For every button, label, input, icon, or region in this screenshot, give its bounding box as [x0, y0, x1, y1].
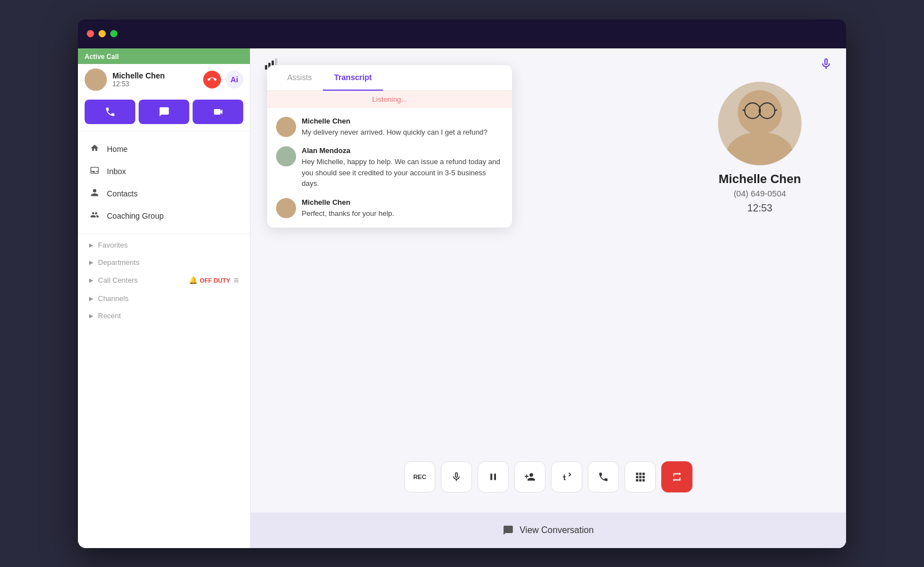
nav-item-contacts[interactable]: Contacts: [78, 183, 250, 205]
call-centers-menu-icon[interactable]: ≡: [234, 275, 239, 285]
caller-avatar-img: [85, 68, 107, 91]
nav-item-inbox[interactable]: Inbox: [78, 160, 250, 183]
caller-info: Michelle Chen 12:53: [112, 71, 198, 88]
grid-icon: [635, 471, 646, 482]
nav-group-favorites[interactable]: ▶ Favorites: [78, 236, 250, 254]
phone-down-icon: [208, 75, 217, 84]
hangup-button[interactable]: [661, 461, 692, 492]
call-controls-sidebar: [78, 95, 250, 129]
departments-arrow-icon: ▶: [89, 259, 94, 265]
msg-text-1: My delivery never arrived. How quickly c…: [302, 127, 503, 138]
ai-icon-symbol: Ai: [230, 75, 238, 84]
contact-name: Michelle Chen: [719, 172, 801, 186]
active-call-row: Michelle Chen 12:53 Ai: [78, 64, 250, 95]
msg-content-2: Alan Mendoza Hey Michelle, happy to help…: [302, 146, 503, 189]
msg-name-2: Alan Mendoza: [302, 146, 503, 155]
nav-item-home[interactable]: Home: [78, 138, 250, 160]
titlebar: [78, 19, 846, 48]
msg-content-3: Michelle Chen Perfect, thanks for your h…: [302, 198, 503, 219]
tab-assists[interactable]: Assists: [276, 65, 323, 91]
mini-hangup-button[interactable]: [203, 71, 221, 88]
active-call-banner: Active Call: [78, 48, 250, 64]
phone-keypad-icon: [598, 471, 609, 482]
nav-group-recent[interactable]: ▶ Recent: [78, 307, 250, 324]
bell-muted-icon: 🔔: [189, 276, 198, 284]
messages-list: Michelle Chen My delivery never arrived.…: [267, 108, 512, 228]
svg-point-13: [726, 132, 793, 165]
home-icon: [89, 144, 100, 155]
call-actions-mini: Ai: [203, 71, 243, 88]
grid-button[interactable]: [625, 461, 656, 492]
msg-content-1: Michelle Chen My delivery never arrived.…: [302, 117, 503, 138]
tab-transcript[interactable]: Transcript: [323, 65, 383, 91]
listening-text: Listening...: [372, 95, 407, 103]
svg-point-10: [282, 201, 291, 210]
nav-departments-label: Departments: [98, 258, 139, 267]
video-icon: [213, 106, 224, 117]
svg-rect-23: [636, 476, 638, 478]
nav-favorites-label: Favorites: [98, 241, 127, 249]
call-controls-bottom: REC: [250, 450, 846, 504]
caller-avatar: [85, 68, 107, 91]
panel-tabs: Assists Transcript: [267, 65, 512, 91]
channels-arrow-icon: ▶: [89, 295, 94, 302]
transfer-icon: [561, 471, 572, 482]
svg-rect-26: [636, 479, 638, 481]
pause-button[interactable]: [478, 461, 509, 492]
phone-icon: [105, 106, 116, 117]
svg-rect-25: [642, 476, 645, 478]
contact-photo: [718, 82, 802, 165]
nav-group-departments[interactable]: ▶ Departments: [78, 254, 250, 271]
svg-rect-27: [639, 479, 641, 481]
chat-button[interactable]: [139, 100, 189, 124]
svg-point-9: [279, 158, 293, 166]
msg-name-1: Michelle Chen: [302, 117, 503, 125]
phone-button[interactable]: [85, 100, 135, 124]
minimize-button[interactable]: [99, 30, 106, 37]
maximize-button[interactable]: [110, 30, 117, 37]
message-row-2: Alan Mendoza Hey Michelle, happy to help…: [276, 146, 503, 189]
nav-section: Home Inbox Contacts: [78, 134, 250, 231]
listening-bar: Listening...: [267, 91, 512, 108]
call-duration: 12:53: [112, 80, 198, 88]
ai-assist-button[interactable]: Ai: [225, 71, 243, 88]
video-button[interactable]: [193, 100, 243, 124]
contact-phone: (04) 649-0504: [734, 189, 786, 198]
active-call-label: Active Call: [85, 53, 119, 61]
pause-icon: [488, 471, 499, 482]
transcript-panel: Assists Transcript Listening...: [267, 65, 512, 228]
off-duty-badge: 🔔 OFF DUTY: [189, 276, 230, 284]
svg-point-6: [282, 120, 291, 129]
message-row-3: Michelle Chen Perfect, thanks for your h…: [276, 198, 503, 219]
nav-group-channels[interactable]: ▶ Channels: [78, 290, 250, 307]
mic-header-icon[interactable]: [819, 57, 833, 73]
app-body: Active Call Michelle Chen 12:53: [78, 48, 846, 548]
msg-avatar-2: [276, 146, 296, 166]
transfer-button[interactable]: [551, 461, 582, 492]
msg-name-3: Michelle Chen: [302, 198, 503, 206]
msg-avatar-3: [276, 198, 296, 218]
favorites-arrow-icon: ▶: [89, 242, 94, 248]
hangup-icon: [671, 471, 683, 483]
svg-point-0: [91, 71, 101, 81]
coaching-icon: [89, 210, 100, 221]
view-conversation-bar[interactable]: View Conversation: [250, 512, 846, 548]
off-duty-text: OFF DUTY: [200, 277, 230, 284]
close-button[interactable]: [87, 30, 94, 37]
main-window: Active Call Michelle Chen 12:53: [78, 19, 846, 548]
record-button[interactable]: REC: [404, 461, 435, 492]
add-person-icon: [524, 471, 535, 482]
svg-point-7: [279, 129, 293, 137]
nav-inbox-label: Inbox: [107, 167, 126, 176]
nav-group-call-centers[interactable]: ▶ Call Centers 🔔 OFF DUTY ≡: [78, 271, 250, 290]
svg-rect-24: [639, 476, 641, 478]
inbox-icon: [89, 166, 100, 177]
keypad-button[interactable]: [588, 461, 619, 492]
add-participant-button[interactable]: [514, 461, 545, 492]
message-row-1: Michelle Chen My delivery never arrived.…: [276, 117, 503, 138]
mute-button[interactable]: [441, 461, 472, 492]
svg-rect-2: [265, 65, 267, 70]
nav-item-coaching[interactable]: Coaching Group: [78, 205, 250, 227]
nav-channels-label: Channels: [98, 294, 129, 303]
chat-icon: [159, 106, 170, 117]
